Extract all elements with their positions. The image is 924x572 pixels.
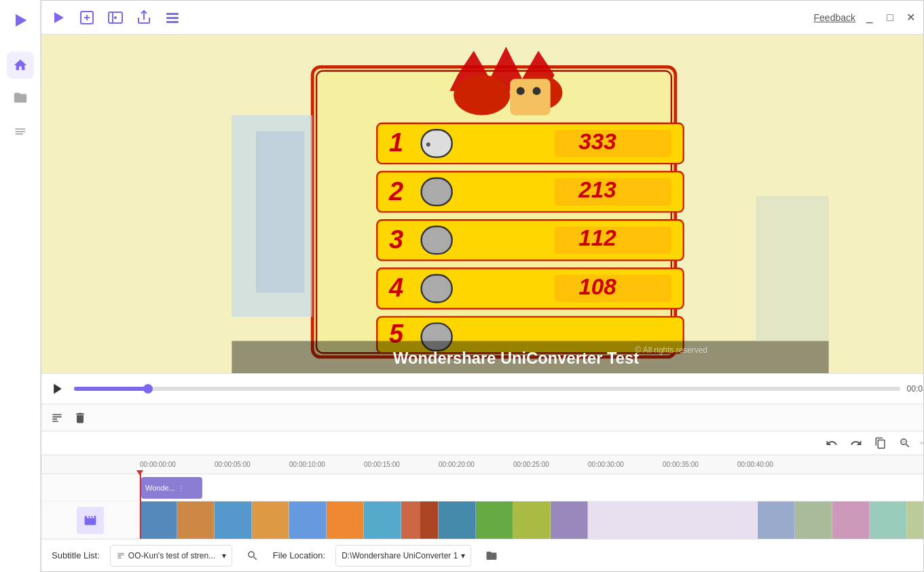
vthumb-16 bbox=[832, 501, 870, 539]
svg-text:333: 333 bbox=[578, 129, 616, 154]
playhead-triangle bbox=[136, 470, 143, 476]
content-area: 1 ● 333 2 213 bbox=[41, 35, 923, 571]
settings-icon[interactable] bbox=[162, 7, 183, 28]
minimize-button[interactable]: ⎯ bbox=[864, 12, 876, 24]
play-button[interactable] bbox=[48, 379, 67, 398]
svg-point-24 bbox=[533, 87, 541, 95]
sidebar-item-home[interactable] bbox=[7, 52, 34, 79]
ruler-mark-3: 00:00:15:00 bbox=[364, 461, 439, 468]
track-label-video bbox=[41, 501, 140, 539]
vthumb-7 bbox=[364, 501, 401, 539]
zoom-out-icon[interactable] bbox=[895, 434, 914, 453]
progress-fill bbox=[74, 387, 148, 391]
video-panel-area: 1 ● 333 2 213 bbox=[41, 35, 923, 571]
svg-text:2: 2 bbox=[388, 177, 403, 206]
add-media-icon[interactable] bbox=[105, 7, 126, 28]
vthumb-3 bbox=[215, 501, 252, 539]
video-strip bbox=[140, 501, 923, 539]
progress-bar[interactable] bbox=[74, 387, 900, 391]
vthumb-15 bbox=[795, 501, 832, 539]
vthumb-14 bbox=[758, 501, 795, 539]
svg-rect-54 bbox=[756, 196, 829, 341]
new-project-icon[interactable] bbox=[77, 7, 97, 28]
bottom-bar: Subtitle List: OO-Kun's test of stren...… bbox=[41, 539, 923, 571]
svg-marker-1 bbox=[54, 12, 64, 23]
svg-rect-43 bbox=[422, 275, 452, 302]
svg-text:4: 4 bbox=[388, 273, 403, 302]
subtitle-search-button[interactable] bbox=[242, 546, 263, 566]
subtitle-list-label: Subtitle List: bbox=[52, 550, 100, 560]
track-content-subtitle: Wonde... ⋮ bbox=[140, 474, 923, 501]
timeline-ruler: 00:00:00:00 00:00:05:00 00:00:10:00 00:0… bbox=[41, 455, 923, 474]
vthumb-17 bbox=[870, 501, 907, 539]
vthumb-4 bbox=[252, 501, 289, 539]
cartoon-bg: 1 ● 333 2 213 bbox=[41, 35, 923, 373]
vthumb-1 bbox=[140, 501, 177, 539]
main-area: 1 ● 333 2 213 bbox=[41, 35, 923, 571]
vthumb-18 bbox=[907, 501, 923, 539]
undo-icon[interactable] bbox=[822, 434, 841, 453]
export-icon[interactable] bbox=[134, 7, 154, 28]
video-controls: 00:03/00:31 CC bbox=[41, 373, 923, 404]
video-track bbox=[41, 501, 923, 539]
title-bar-left bbox=[48, 7, 183, 28]
video-frame: 1 ● 333 2 213 bbox=[41, 35, 923, 373]
svg-text:112: 112 bbox=[578, 225, 616, 250]
ruler-mark-5: 00:00:25:00 bbox=[513, 461, 588, 468]
svg-marker-55 bbox=[54, 384, 62, 394]
file-path-dropdown-arrow: ▾ bbox=[461, 551, 465, 560]
sidebar-item-projects[interactable] bbox=[7, 84, 34, 111]
svg-text:1: 1 bbox=[389, 128, 403, 157]
sidebar-item-tools[interactable] bbox=[7, 117, 34, 144]
svg-rect-38 bbox=[422, 227, 452, 254]
vthumb-13 bbox=[588, 501, 758, 539]
subtitle-clip[interactable]: Wonde... ⋮ bbox=[141, 477, 202, 499]
video-player: 1 ● 333 2 213 bbox=[41, 35, 923, 373]
file-location-label: File Location: bbox=[273, 550, 325, 560]
vthumb-5 bbox=[289, 501, 327, 539]
ruler-mark-0: 00:00:00:00 bbox=[140, 461, 215, 468]
svg-text:© All rights reserved: © All rights reserved bbox=[635, 345, 707, 355]
video-track-thumb bbox=[77, 507, 104, 534]
svg-rect-12 bbox=[166, 21, 179, 23]
ruler-mark-1: 00:00:05:00 bbox=[215, 461, 289, 468]
folder-browse-button[interactable] bbox=[481, 546, 502, 566]
subtitle-track: Wonde... ⋮ bbox=[41, 474, 923, 501]
app-window: Feedback ⎯ □ ✕ bbox=[41, 0, 924, 572]
file-path-select[interactable]: D:\Wondershare UniConverter 1 ▾ bbox=[335, 545, 471, 567]
vthumb-2 bbox=[177, 501, 215, 539]
vthumb-9 bbox=[439, 501, 476, 539]
title-bar: Feedback ⎯ □ ✕ bbox=[41, 1, 923, 35]
svg-marker-0 bbox=[16, 14, 26, 27]
close-button[interactable]: ✕ bbox=[904, 12, 917, 24]
vthumb-6 bbox=[327, 501, 364, 539]
subtitle-clip-label: Wonde... bbox=[145, 484, 175, 492]
subtitle-toolbar bbox=[41, 404, 923, 431]
vthumb-10 bbox=[476, 501, 513, 539]
svg-rect-10 bbox=[166, 13, 179, 15]
track-label-subtitle bbox=[41, 474, 140, 501]
maximize-button[interactable]: □ bbox=[884, 12, 896, 24]
playhead bbox=[140, 474, 141, 539]
sidebar bbox=[0, 0, 41, 572]
time-display: 00:03/00:31 bbox=[907, 384, 923, 394]
sidebar-logo bbox=[7, 7, 34, 34]
subtitle-file-name: OO-Kun's test of stren... bbox=[128, 551, 222, 560]
redo-icon[interactable] bbox=[847, 434, 866, 453]
subtitle-delete-icon[interactable] bbox=[71, 409, 89, 427]
copy-icon[interactable] bbox=[871, 434, 890, 453]
svg-rect-22 bbox=[510, 79, 550, 115]
vthumb-11 bbox=[513, 501, 551, 539]
svg-text:Wondershare UniConverter Test: Wondershare UniConverter Test bbox=[393, 349, 639, 367]
svg-text:213: 213 bbox=[578, 177, 616, 202]
feedback-link[interactable]: Feedback bbox=[814, 12, 855, 23]
subtitle-dropdown-arrow: ▾ bbox=[222, 551, 226, 560]
subtitle-add-icon[interactable] bbox=[48, 409, 66, 427]
subtitle-select[interactable]: OO-Kun's test of stren... ▾ bbox=[110, 545, 232, 567]
svg-rect-53 bbox=[256, 132, 304, 293]
zoom-slider[interactable] bbox=[920, 442, 923, 444]
svg-rect-33 bbox=[422, 178, 452, 205]
title-bar-right: Feedback ⎯ □ ✕ bbox=[814, 12, 917, 24]
ruler-mark-2: 00:00:10:00 bbox=[289, 461, 364, 468]
ruler-mark-7: 00:00:35:00 bbox=[663, 461, 737, 468]
